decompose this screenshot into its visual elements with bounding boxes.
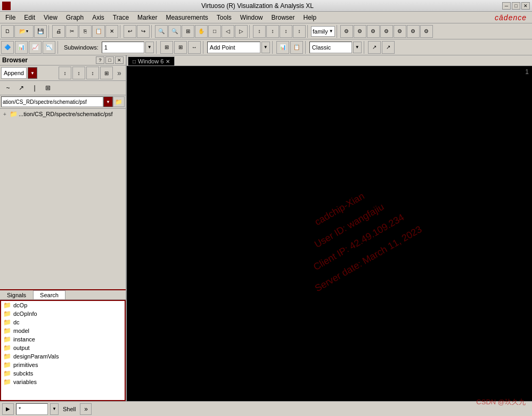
browser-tb-btn3[interactable]: ↕ — [86, 67, 99, 79]
browser-icon-grid[interactable]: ⊞ — [42, 82, 54, 94]
tb2-icon5[interactable]: ⊞ — [160, 41, 173, 54]
signal-dcOp[interactable]: 📁 dcOp — [1, 301, 125, 309]
browser-detach-btn[interactable]: □ — [105, 56, 114, 64]
browser-mode-combo[interactable]: Append — [1, 67, 27, 79]
signal-primitives[interactable]: 📁 primitives — [1, 361, 125, 369]
menu-measurements[interactable]: Measurements — [161, 13, 212, 22]
tb-pan[interactable]: ✋ — [195, 25, 208, 38]
tb-undo[interactable]: ↩ — [124, 25, 136, 38]
tab-signals[interactable]: Signals — [0, 290, 33, 299]
sep5 — [307, 25, 309, 38]
tb-cursor2[interactable]: ↕ — [266, 25, 279, 38]
path-folder-btn[interactable]: 📁 — [113, 96, 125, 107]
tb-copy[interactable]: ⎘ — [79, 25, 92, 38]
tb2-sep5 — [305, 41, 307, 54]
tb2-icon10[interactable]: ↗ — [368, 41, 381, 54]
tb-open-combo[interactable]: 📂▼ — [14, 25, 34, 38]
close-button[interactable]: ✕ — [521, 2, 530, 10]
path-arrow[interactable]: ▼ — [103, 96, 113, 107]
menu-axis[interactable]: Axis — [88, 13, 109, 22]
browser-close-btn[interactable]: ✕ — [115, 56, 124, 64]
menu-tools[interactable]: Tools — [212, 13, 236, 22]
adp-select[interactable]: Add Point — [207, 42, 260, 53]
subwindows-arrow[interactable]: ▼ — [145, 42, 154, 53]
browser-icon-cursor[interactable]: ↗ — [15, 82, 27, 94]
maximize-button[interactable]: □ — [512, 2, 520, 10]
path-input[interactable]: ation/CS_RD/spectre/schematic/psf — [1, 96, 103, 107]
tb-paste[interactable]: 📋 — [92, 25, 105, 38]
menu-graph[interactable]: Graph — [62, 13, 88, 22]
browser-icon-bar[interactable]: | — [29, 82, 40, 94]
menu-help[interactable]: Help — [299, 13, 321, 22]
tree-item-psf[interactable]: + 📁 ...tion/CS_RD/spectre/schematic/psf — [1, 110, 125, 118]
tb-zoom-out[interactable]: 🔍 — [168, 25, 181, 38]
browser-expand-btn[interactable]: » — [114, 68, 125, 78]
tb-settings5[interactable]: ⚙ — [394, 25, 406, 38]
bottom-input-field[interactable]: * — [16, 403, 48, 415]
signal-model[interactable]: 📁 model — [1, 327, 125, 335]
tab-search[interactable]: Search — [33, 290, 66, 299]
bottom-icon1[interactable]: ▶ — [2, 403, 14, 415]
menu-browser[interactable]: Browser — [267, 13, 299, 22]
subwindows-select[interactable]: 1 — [102, 42, 144, 53]
tb-print[interactable]: 🖨 — [52, 25, 65, 38]
browser-tb-btn4[interactable]: ⊞ — [100, 67, 113, 79]
tb2-icon3[interactable]: 📈 — [29, 41, 42, 54]
menu-file[interactable]: File — [1, 13, 20, 22]
classic-arrow[interactable]: ▼ — [353, 42, 362, 53]
browser-icon-wave[interactable]: ~ — [2, 82, 14, 94]
tb-redo[interactable]: ↪ — [137, 25, 150, 38]
browser-help-btn[interactable]: ? — [96, 56, 104, 64]
tb-settings4[interactable]: ⚙ — [380, 25, 393, 38]
tb-zoom-prev[interactable]: ◁ — [222, 25, 234, 38]
tb-cursor4[interactable]: ↕ — [293, 25, 306, 38]
tb-zoom-fit[interactable]: ⊞ — [182, 25, 194, 38]
menu-view[interactable]: View — [39, 13, 62, 22]
bottom-input-arrow[interactable]: ▼ — [50, 403, 59, 415]
browser-mode-arrow[interactable]: ▼ — [28, 67, 37, 79]
tb-settings6[interactable]: ⚙ — [407, 25, 420, 38]
tb-zoom-next[interactable]: ▷ — [235, 25, 248, 38]
tb-zoom-in[interactable]: 🔍 — [155, 25, 168, 38]
tb2-icon2[interactable]: 📊 — [15, 41, 28, 54]
signal-dc[interactable]: 📁 dc — [1, 318, 125, 327]
signal-output[interactable]: 📁 output — [1, 344, 125, 352]
signal-designParamVals[interactable]: 📁 designParamVals — [1, 352, 125, 361]
tb-new[interactable]: 🗋 — [1, 25, 14, 38]
tb2-icon9[interactable]: 📋 — [290, 41, 303, 54]
menu-window[interactable]: Window — [236, 13, 267, 22]
window-tab-close[interactable]: ✕ — [166, 59, 170, 64]
tb2-icon6[interactable]: ⊞ — [174, 41, 187, 54]
tb-cursor1[interactable]: ↕ — [253, 25, 266, 38]
menu-marker[interactable]: Marker — [133, 13, 161, 22]
tb2-icon11[interactable]: ↗ — [382, 41, 395, 54]
browser-tb-btn2[interactable]: ↕ — [72, 67, 85, 79]
tb2-icon7[interactable]: ↔ — [188, 41, 201, 54]
minimize-button[interactable]: ─ — [502, 2, 511, 10]
tb-settings1[interactable]: ⚙ — [340, 25, 353, 38]
family-combo[interactable]: family ▼ — [311, 26, 335, 37]
bottom-expand-btn[interactable]: » — [80, 403, 92, 415]
tb-settings2[interactable]: ⚙ — [354, 25, 366, 38]
tb-save[interactable]: 💾 — [34, 25, 47, 38]
tb-cut[interactable]: ✂ — [66, 25, 78, 38]
tb-zoom-box[interactable]: □ — [208, 25, 221, 38]
classic-select[interactable]: Classic — [309, 42, 352, 53]
tb-settings7[interactable]: ⚙ — [420, 25, 433, 38]
browser-tb-btn1[interactable]: ↕ — [59, 67, 71, 79]
menu-trace[interactable]: Trace — [109, 13, 133, 22]
tb2-icon8[interactable]: 📊 — [276, 41, 289, 54]
tb-settings3[interactable]: ⚙ — [367, 25, 380, 38]
signal-instance[interactable]: 📁 instance — [1, 335, 125, 344]
window-tab-6[interactable]: □ Window 6 ✕ — [128, 56, 175, 66]
tb2-icon4[interactable]: 📉 — [43, 41, 55, 54]
cadence-logo: cādence — [495, 13, 531, 22]
tb-cursor3[interactable]: ↕ — [280, 25, 292, 38]
signal-dcOpInfo[interactable]: 📁 dcOpInfo — [1, 309, 125, 318]
adp-arrow[interactable]: ▼ — [261, 42, 270, 53]
signal-subckts[interactable]: 📁 subckts — [1, 369, 125, 378]
menu-edit[interactable]: Edit — [20, 13, 39, 22]
signal-variables[interactable]: 📁 variables — [1, 378, 125, 386]
tb-delete[interactable]: ✕ — [105, 25, 118, 38]
tb2-icon1[interactable]: 🔷 — [1, 41, 14, 54]
